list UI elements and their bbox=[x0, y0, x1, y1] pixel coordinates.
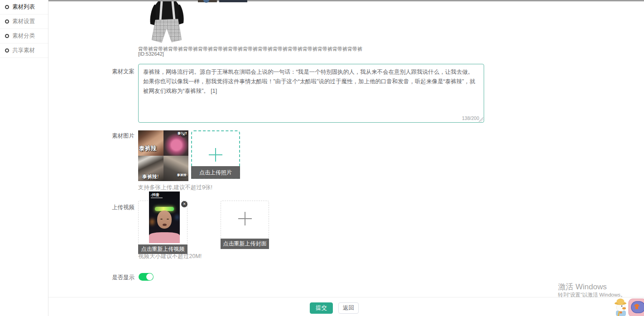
radio-circle-icon bbox=[5, 34, 9, 38]
sidebar-item-shared-material[interactable]: 共享素材 bbox=[0, 43, 48, 58]
radio-circle-icon bbox=[5, 5, 9, 9]
back-button[interactable]: 返回 bbox=[338, 302, 359, 314]
city-light bbox=[175, 215, 179, 220]
submit-button[interactable]: 提交 bbox=[310, 302, 333, 314]
collage-cell: 泰裤辣! bbox=[163, 156, 189, 181]
mascot-widget[interactable] bbox=[612, 297, 644, 316]
resize-handle[interactable] bbox=[479, 117, 483, 122]
display-field-label: 是否显示 bbox=[112, 274, 138, 282]
copy-field-label: 素材文案 bbox=[112, 68, 138, 76]
sidebar-item-material-category[interactable]: 素材分类 bbox=[0, 29, 48, 43]
video-thumbnail[interactable]: ♪抖音 bbox=[149, 192, 180, 243]
cutoff-image-fragment bbox=[219, 0, 247, 2]
douyin-logo-subline bbox=[151, 197, 163, 198]
images-hint: 支持多张上传,建议不超过9张! bbox=[138, 184, 212, 192]
collage-cell: 泰裤辣 bbox=[138, 130, 163, 156]
sidebar-item-label: 素材设置 bbox=[12, 18, 35, 25]
sidebar-item-label: 共享素材 bbox=[12, 47, 35, 54]
sidebar: 素材列表 素材设置 素材分类 共享素材 bbox=[0, 0, 48, 316]
radio-circle-icon bbox=[5, 19, 9, 24]
video-field-label: 上传视频 bbox=[112, 204, 138, 211]
collage-cell: 泰裤辣! bbox=[138, 156, 163, 181]
footer-divider bbox=[48, 297, 644, 297]
char-counter: 138/200 bbox=[462, 115, 479, 121]
upload-photo-button[interactable]: 点击上传照片 bbox=[191, 166, 240, 179]
radio-circle-icon bbox=[5, 48, 9, 53]
sidebar-item-label: 素材分类 bbox=[12, 32, 35, 40]
meme-text: 泰裤辣! bbox=[177, 173, 187, 177]
person-mouth bbox=[163, 224, 167, 226]
person-shirt bbox=[149, 232, 180, 243]
copy-textarea[interactable]: 泰裤辣，网络流行词。源自于王琳凯在演唱会上说的一句话：“我是一个特别固执的人，我… bbox=[138, 64, 484, 123]
remove-image-icon[interactable]: ✕ bbox=[181, 132, 187, 138]
material-title: 背带裤背带裤背带裤背带裤背带裤背带裤背带裤背带裤背带裤背带裤背带裤背带裤背带裤背… bbox=[138, 46, 356, 53]
remove-video-icon[interactable]: ✕ bbox=[181, 201, 187, 207]
material-id: [ID:532642] bbox=[138, 51, 164, 57]
cutoff-image-fragment bbox=[203, 0, 209, 3]
material-preview-image bbox=[138, 0, 196, 45]
overalls-outfit-image bbox=[138, 0, 196, 45]
person-eye bbox=[160, 219, 163, 220]
person-face bbox=[157, 211, 172, 229]
copy-textarea-value: 泰裤辣，网络流行词。源自于王琳凯在演唱会上说的一句话：“我是一个特别固执的人，我… bbox=[143, 67, 477, 96]
meme-text: 泰裤辣! bbox=[142, 173, 159, 180]
reupload-cover-button[interactable]: 点击重新上传封面 bbox=[221, 239, 269, 249]
sidebar-item-label: 素材列表 bbox=[12, 3, 35, 11]
duck-mascot-icon bbox=[612, 297, 644, 316]
person-eye bbox=[167, 219, 169, 220]
material-edit-page: 素材列表 素材设置 素材分类 共享素材 bbox=[0, 0, 644, 316]
windows-activation-watermark: 激活 Windows bbox=[558, 282, 607, 292]
meme-text: 泰裤辣 bbox=[139, 144, 157, 153]
sidebar-item-material-settings[interactable]: 素材设置 bbox=[0, 14, 48, 29]
upload-cover-box[interactable]: 点击重新上传封面 bbox=[221, 201, 269, 249]
upload-photo-box[interactable]: 点击上传照片 bbox=[191, 130, 240, 179]
toggle-knob bbox=[146, 273, 153, 280]
city-light bbox=[150, 219, 154, 225]
reupload-video-button[interactable]: 点击重新上传视频 bbox=[138, 244, 187, 254]
sidebar-item-material-list[interactable]: 素材列表 bbox=[0, 0, 48, 14]
display-toggle-switch[interactable] bbox=[139, 273, 154, 281]
uploaded-image-thumbnail[interactable]: 泰裤辣 泰裤辣 泰裤辣! 泰裤辣! ✕ bbox=[138, 130, 188, 181]
douyin-logo-icon: ♪抖音 bbox=[150, 193, 159, 197]
images-field-label: 素材图片 bbox=[112, 132, 138, 140]
